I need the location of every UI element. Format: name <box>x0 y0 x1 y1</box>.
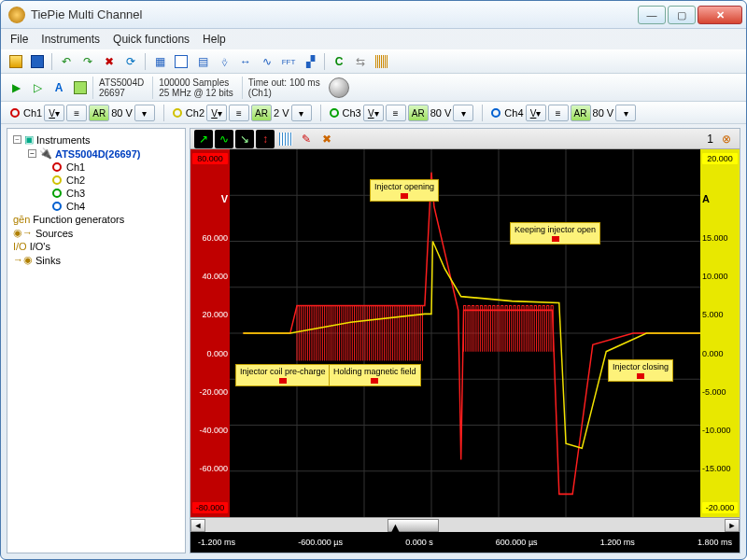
maximize-button[interactable]: ▢ <box>668 6 696 24</box>
ch3-autorange-button[interactable]: AR <box>408 105 429 121</box>
scroll-left-icon[interactable]: ◄ <box>190 519 205 532</box>
add-meter-icon[interactable] <box>172 52 190 71</box>
scope-grid-icon[interactable] <box>276 130 295 148</box>
ch3-coupling-button[interactable]: V▾ <box>363 105 384 121</box>
waveform-icon[interactable]: ∿ <box>258 52 276 71</box>
ch1-range-down[interactable]: ▾ <box>134 105 155 121</box>
play-icon[interactable]: ▶ <box>7 78 25 97</box>
window-title: TiePie Multi Channel <box>31 7 638 21</box>
bus-icon[interactable] <box>373 52 391 71</box>
device-serial: 26697 <box>99 88 144 98</box>
fft-icon[interactable]: FFT <box>279 52 298 71</box>
horizontal-scrollbar[interactable]: ◄ ▲ ► <box>190 517 740 532</box>
ch2-mode-button[interactable]: ≡ <box>229 105 249 121</box>
scope-close-icon[interactable]: ⊗ <box>717 130 736 148</box>
scope-toolbar: ↗ ∿ ↘ ↕ ✎ ✖ 1 ⊗ <box>190 129 740 149</box>
stream-icon[interactable] <box>71 78 90 97</box>
ch1-coupling-button[interactable]: V▾ <box>44 105 64 121</box>
scope-trigger-edge-icon[interactable]: ∿ <box>215 130 233 148</box>
menu-instruments[interactable]: Instruments <box>41 33 100 46</box>
note-opening[interactable]: Injector opening <box>370 179 439 202</box>
tree-ch1[interactable]: Ch1 <box>9 161 183 174</box>
refresh-icon[interactable]: ⟳ <box>121 52 140 71</box>
tree-ch2[interactable]: Ch2 <box>9 174 183 187</box>
scroll-track[interactable]: ▲ <box>205 519 725 532</box>
right-y-axis[interactable]: 20.000 A 15.000 10.000 5.000 0.000 -5.00… <box>700 149 740 517</box>
ch1-autorange-button[interactable]: AR <box>89 105 109 121</box>
redo-icon[interactable]: ↷ <box>78 52 97 71</box>
sample-info: 100000 Samples 25 MHz @ 12 bits <box>152 77 239 99</box>
minimize-button[interactable]: — <box>638 6 666 24</box>
menu-help[interactable]: Help <box>203 33 226 46</box>
measure-icon[interactable]: ↔ <box>236 52 255 71</box>
ch4-mode-button[interactable]: ≡ <box>548 105 569 121</box>
note-precharge[interactable]: Injector coil pre-charge <box>235 364 331 386</box>
ch4-range-down[interactable]: ▾ <box>615 105 636 121</box>
tree-ch4[interactable]: Ch4 <box>9 200 183 213</box>
tree-ch3[interactable]: Ch3 <box>9 187 183 200</box>
link-icon[interactable]: ⇆ <box>351 52 370 71</box>
scope-cursor-icon[interactable]: ↕ <box>256 130 275 148</box>
scope-count: 1 <box>707 133 713 146</box>
ch4-indicator-icon[interactable] <box>491 108 500 118</box>
scope-trigger-rise-icon[interactable]: ↗ <box>194 130 213 148</box>
add-table-icon[interactable]: ▤ <box>193 52 212 71</box>
right-axis-max: 20.000 <box>702 153 738 164</box>
tree-sources[interactable]: ◉→Sources <box>9 226 183 240</box>
close-button[interactable]: ✕ <box>698 6 742 24</box>
ch4-autorange-button[interactable]: AR <box>571 105 591 121</box>
connect-icon[interactable]: C <box>330 52 348 71</box>
ch1-range: 80 V <box>111 107 133 119</box>
scroll-thumb[interactable]: ▲ <box>388 519 440 532</box>
object-tree[interactable]: −▣Instruments −🔌ATS5004D(26697) Ch1 Ch2 … <box>7 128 186 553</box>
scope-svg <box>230 149 700 517</box>
ch2-indicator-icon[interactable] <box>173 108 182 118</box>
scope-disable-icon[interactable]: ✖ <box>317 130 336 148</box>
ch2-range: 2 V <box>274 107 289 119</box>
channel-1-controls: Ch1 V▾ ≡ AR 80 V ▾ <box>7 105 159 121</box>
menu-file[interactable]: File <box>10 33 28 46</box>
note-closing[interactable]: Injector closing <box>608 359 673 382</box>
scope-trigger-fall-icon[interactable]: ↘ <box>235 130 254 148</box>
tree-instruments[interactable]: −▣Instruments <box>9 133 183 147</box>
tree-function-generators[interactable]: gĕnFunction generators <box>9 213 183 226</box>
ch1-mode-button[interactable]: ≡ <box>66 105 87 121</box>
plot-area[interactable]: Injector coil pre-charge Holding magneti… <box>230 149 700 517</box>
left-y-axis[interactable]: 80.000 V 60.000 40.000 20.000 0.000 -20.… <box>190 149 230 517</box>
device-model: ATS5004D <box>99 77 144 88</box>
ch3-mode-button[interactable]: ≡ <box>386 105 406 121</box>
delete-icon[interactable]: ✖ <box>100 52 119 71</box>
channel-3-controls: Ch3 V▾ ≡ AR 80 V ▾ <box>326 105 478 121</box>
ch3-range: 80 V <box>430 107 452 119</box>
menu-quick-functions[interactable]: Quick functions <box>113 33 190 46</box>
note-keeping[interactable]: Keeping injector open <box>510 222 600 245</box>
tree-device[interactable]: −🔌ATS5004D(26697) <box>9 147 183 161</box>
ch2-autorange-button[interactable]: AR <box>251 105 272 121</box>
ch2-coupling-button[interactable]: V▾ <box>206 105 227 121</box>
ch4-coupling-button[interactable]: V▾ <box>526 105 546 121</box>
x-axis[interactable]: -1.200 ms -600.000 µs 0.000 s 600.000 µs… <box>190 532 740 553</box>
undo-icon[interactable]: ↶ <box>57 52 76 71</box>
ch1-indicator-icon[interactable] <box>10 108 20 118</box>
histogram-icon[interactable]: ▞ <box>301 52 319 71</box>
ch3-range-down[interactable]: ▾ <box>453 105 473 121</box>
tree-sinks[interactable]: →◉Sinks <box>9 253 183 267</box>
play-once-icon[interactable]: ▷ <box>28 78 47 97</box>
scope-panel: ↗ ∿ ↘ ↕ ✎ ✖ 1 ⊗ 80.000 V 60.000 40.000 <box>190 128 740 553</box>
timeout-info: Time out: 100 ms (Ch1) <box>242 77 326 99</box>
ch3-indicator-icon[interactable] <box>330 108 339 118</box>
ch1-label: Ch1 <box>23 107 42 119</box>
note-holding[interactable]: Holding magnetic field <box>329 364 421 386</box>
menubar: File Instruments Quick functions Help <box>1 29 746 49</box>
scope-clear-icon[interactable]: ✎ <box>297 130 316 148</box>
tree-ios[interactable]: I/OI/O's <box>9 240 183 253</box>
ch2-range-down[interactable]: ▾ <box>291 105 312 121</box>
open-icon[interactable] <box>7 52 25 71</box>
left-axis-min: -80.000 <box>192 502 228 513</box>
save-icon[interactable] <box>28 52 47 71</box>
scroll-right-icon[interactable]: ► <box>725 519 740 532</box>
add-graph-icon[interactable]: ▦ <box>150 52 169 71</box>
autoset-icon[interactable]: A <box>49 78 68 97</box>
timeout-knob[interactable] <box>329 77 349 98</box>
cursor-tool-icon[interactable]: ⎀ <box>215 52 233 71</box>
